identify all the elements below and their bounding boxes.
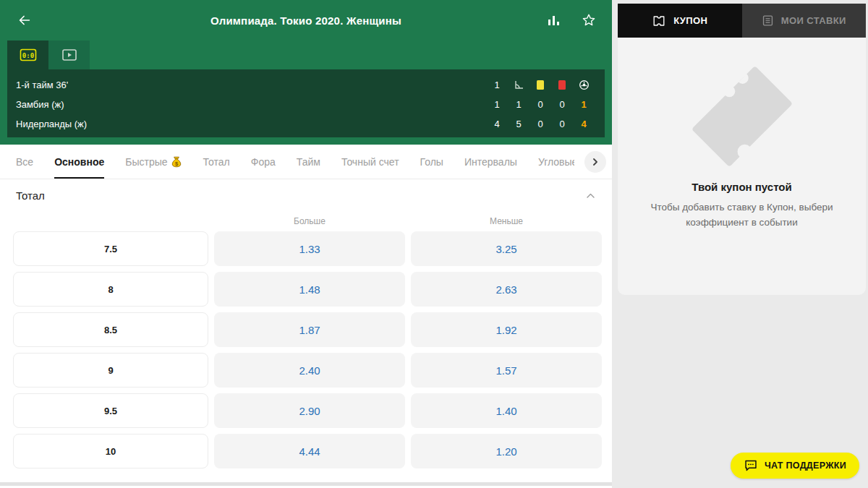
ball-icon bbox=[579, 80, 590, 90]
stat-value: 1 bbox=[486, 99, 508, 110]
total-section-header[interactable]: Тотал bbox=[0, 179, 612, 211]
video-icon bbox=[62, 49, 77, 61]
support-chat-button[interactable]: ЧАТ ПОДДЕРЖКИ bbox=[731, 453, 859, 479]
stat-column-period: 1 bbox=[486, 80, 508, 90]
odd-over-button[interactable]: 1.87 bbox=[214, 312, 405, 347]
ticket-icon bbox=[652, 15, 666, 27]
tab-my-bets[interactable]: МОИ СТАВКИ bbox=[742, 4, 867, 38]
bets-list-icon bbox=[762, 14, 774, 27]
stat-value: 0 bbox=[551, 119, 573, 129]
tab-quick-bets[interactable]: Быстрые $ bbox=[125, 145, 182, 179]
team-name: Замбия (ж) bbox=[16, 99, 486, 110]
stat-value: 0 bbox=[529, 119, 551, 129]
tab-coupon[interactable]: КУПОН bbox=[618, 4, 742, 38]
empty-coupon-card: Твой купон пустой Чтобы добавить ставку … bbox=[618, 38, 866, 295]
svg-text:0:0: 0:0 bbox=[22, 52, 33, 59]
odd-under-button[interactable]: 1.20 bbox=[411, 434, 602, 468]
total-odds-table: Больше Меньше 7.5 1.33 3.25 8 1.48 2.63 … bbox=[0, 211, 612, 468]
betslip-tabs: КУПОН МОИ СТАВКИ bbox=[618, 4, 866, 38]
stat-value: 0 bbox=[529, 99, 551, 110]
red-card-icon bbox=[558, 80, 566, 90]
tab-handicap[interactable]: Фора bbox=[251, 145, 276, 179]
odd-under-button[interactable]: 1.92 bbox=[411, 312, 602, 347]
section-title: Тотал bbox=[16, 189, 45, 202]
event-header: Олимпиада. Токио 2020. Женщины 0:0 1-й т… bbox=[0, 0, 612, 145]
statistics-button[interactable] bbox=[544, 10, 564, 30]
table-row: 9.5 2.90 1.40 bbox=[13, 393, 602, 428]
scoreboard-icon: 0:0 bbox=[20, 48, 37, 61]
stat-value: 5 bbox=[508, 119, 529, 129]
favorite-button[interactable] bbox=[579, 10, 599, 30]
stat-value: 0 bbox=[551, 99, 573, 110]
odd-under-button[interactable]: 2.63 bbox=[411, 272, 602, 307]
betslip-panel: КУПОН МОИ СТАВКИ Твой купон пустой Чтобы… bbox=[616, 0, 868, 488]
chevron-up-icon bbox=[587, 193, 595, 198]
total-line: 9.5 bbox=[13, 393, 208, 428]
column-header-under: Меньше bbox=[411, 216, 602, 226]
table-row: 8 1.48 2.63 bbox=[13, 272, 602, 307]
total-line: 8 bbox=[13, 272, 208, 307]
odd-under-button[interactable]: 3.25 bbox=[411, 231, 602, 266]
scoreboard-header-row: 1-й тайм 36' 1 bbox=[16, 77, 595, 93]
media-tabs: 0:0 bbox=[7, 40, 612, 69]
stat-value: 4 bbox=[486, 119, 508, 129]
arrow-left-icon bbox=[17, 12, 33, 28]
corner-kick-icon bbox=[514, 80, 524, 90]
team-row: Нидерланды (ж) 4 5 0 0 4 bbox=[16, 116, 595, 132]
odd-over-button[interactable]: 2.90 bbox=[214, 393, 405, 428]
odd-over-button[interactable]: 1.33 bbox=[214, 231, 405, 266]
team-name: Нидерланды (ж) bbox=[16, 119, 486, 129]
empty-coupon-description: Чтобы добавить ставку в Купон, выбери ко… bbox=[634, 200, 851, 231]
team-score: 4 bbox=[573, 119, 595, 129]
money-bag-icon: $ bbox=[171, 155, 182, 168]
total-line: 10 bbox=[13, 434, 208, 468]
odds-column-headers: Больше Меньше bbox=[13, 211, 602, 231]
total-line: 9 bbox=[13, 353, 208, 388]
tab-main[interactable]: Основное bbox=[54, 145, 104, 179]
yellow-card-icon bbox=[537, 80, 544, 90]
chat-icon bbox=[744, 459, 758, 472]
table-row: 7.5 1.33 3.25 bbox=[13, 231, 602, 266]
market-tabs: Все Основное Быстрые $ Тотал Фора Тайм Т… bbox=[0, 145, 612, 179]
tab-video[interactable] bbox=[48, 40, 90, 69]
chevron-right-icon bbox=[592, 158, 599, 166]
star-icon bbox=[581, 12, 597, 28]
table-row: 10 4.44 1.20 bbox=[13, 434, 602, 468]
tab-half[interactable]: Тайм bbox=[297, 145, 320, 179]
odd-over-button[interactable]: 4.44 bbox=[214, 434, 405, 468]
collapse-button[interactable] bbox=[587, 193, 595, 198]
tab-all[interactable]: Все bbox=[16, 145, 33, 179]
empty-coupon-ticket-icon bbox=[686, 61, 797, 172]
table-row: 8.5 1.87 1.92 bbox=[13, 312, 602, 347]
event-topbar: Олимпиада. Токио 2020. Женщины bbox=[0, 0, 612, 40]
back-button[interactable] bbox=[13, 9, 36, 32]
event-panel: Олимпиада. Токио 2020. Женщины 0:0 1-й т… bbox=[0, 0, 612, 488]
team-score: 1 bbox=[573, 99, 595, 110]
total-line: 7.5 bbox=[13, 231, 208, 266]
tabs-scroll-right-button[interactable] bbox=[584, 151, 606, 173]
tab-corners[interactable]: Угловые bbox=[538, 145, 574, 179]
odd-over-button[interactable]: 2.40 bbox=[214, 353, 405, 388]
column-header-over: Больше bbox=[214, 216, 405, 226]
live-scoreboard: 1-й тайм 36' 1 Замбия (ж) 1 1 0 0 1 bbox=[7, 69, 605, 137]
total-line: 8.5 bbox=[13, 312, 208, 347]
table-row: 9 2.40 1.57 bbox=[13, 353, 602, 388]
stat-value: 1 bbox=[508, 99, 529, 110]
odd-under-button[interactable]: 1.57 bbox=[411, 353, 602, 388]
team-row: Замбия (ж) 1 1 0 0 1 bbox=[16, 96, 595, 112]
empty-coupon-title: Твой купон пустой bbox=[618, 181, 866, 193]
tab-scoreboard[interactable]: 0:0 bbox=[7, 40, 48, 69]
tab-correct-score[interactable]: Точный счет bbox=[341, 145, 399, 179]
tab-goals[interactable]: Голы bbox=[420, 145, 443, 179]
section-divider bbox=[0, 482, 612, 486]
page-title: Олимпиада. Токио 2020. Женщины bbox=[0, 14, 612, 27]
bar-chart-icon bbox=[548, 14, 561, 27]
match-period: 1-й тайм 36' bbox=[16, 80, 486, 90]
tab-total[interactable]: Тотал bbox=[203, 145, 230, 179]
tab-intervals[interactable]: Интервалы bbox=[464, 145, 517, 179]
odd-over-button[interactable]: 1.48 bbox=[214, 272, 405, 307]
odd-under-button[interactable]: 1.40 bbox=[411, 393, 602, 428]
